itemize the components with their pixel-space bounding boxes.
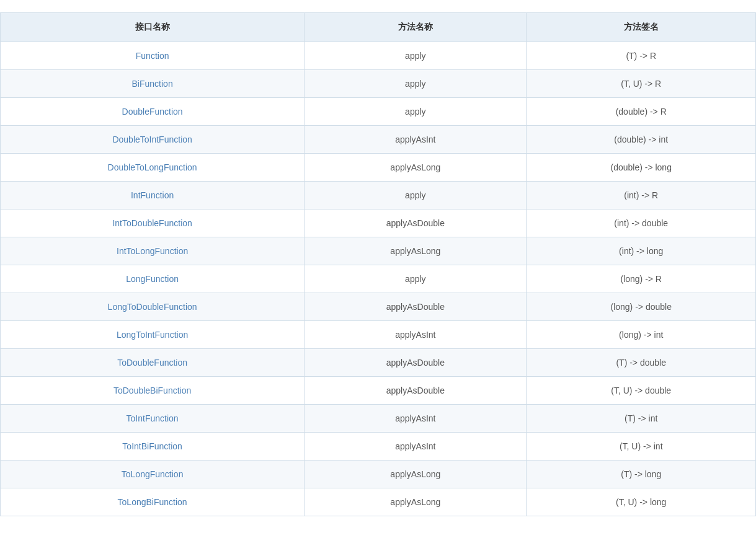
cell-signature: (T, U) -> R — [527, 70, 756, 98]
table-row: DoubleToIntFunctionapplyAsInt(double) ->… — [1, 126, 756, 154]
cell-signature: (T) -> double — [527, 349, 756, 377]
cell-method: applyAsDouble — [305, 293, 527, 321]
table-row: IntFunctionapply(int) -> R — [1, 182, 756, 209]
cell-method: applyAsDouble — [305, 209, 527, 237]
cell-signature: (double) -> R — [527, 98, 756, 126]
cell-method: applyAsInt — [305, 405, 527, 433]
cell-method: applyAsInt — [305, 433, 527, 461]
cell-method: applyAsDouble — [305, 349, 527, 377]
cell-interface: ToLongFunction — [1, 461, 305, 488]
cell-method: applyAsInt — [305, 126, 527, 154]
cell-interface: LongToIntFunction — [1, 321, 305, 349]
cell-method: applyAsDouble — [305, 377, 527, 405]
cell-signature: (int) -> long — [527, 237, 756, 265]
cell-interface: Function — [1, 42, 305, 70]
cell-interface: BiFunction — [1, 70, 305, 98]
cell-method: apply — [305, 265, 527, 293]
cell-interface: IntToDoubleFunction — [1, 209, 305, 237]
cell-signature: (T, U) -> double — [527, 377, 756, 405]
table-row: LongToDoubleFunctionapplyAsDouble(long) … — [1, 293, 756, 321]
table-header-row: 接口名称 方法名称 方法签名 — [1, 13, 756, 42]
cell-signature: (double) -> int — [527, 126, 756, 154]
table-row: LongToIntFunctionapplyAsInt(long) -> int — [1, 321, 756, 349]
function-table: 接口名称 方法名称 方法签名 Functionapply(T) -> RBiFu… — [0, 12, 756, 516]
table-row: LongFunctionapply(long) -> R — [1, 265, 756, 293]
header-interface: 接口名称 — [1, 13, 305, 42]
cell-signature: (double) -> long — [527, 154, 756, 182]
cell-interface: DoubleFunction — [1, 98, 305, 126]
cell-interface: ToLongBiFunction — [1, 488, 305, 516]
cell-method: applyAsLong — [305, 154, 527, 182]
header-signature: 方法签名 — [527, 13, 756, 42]
cell-method: apply — [305, 42, 527, 70]
cell-method: applyAsLong — [305, 237, 527, 265]
cell-method: apply — [305, 182, 527, 209]
cell-method: applyAsInt — [305, 321, 527, 349]
cell-method: apply — [305, 70, 527, 98]
header-method: 方法名称 — [305, 13, 527, 42]
cell-signature: (long) -> double — [527, 293, 756, 321]
cell-interface: IntToLongFunction — [1, 237, 305, 265]
table-row: ToLongBiFunctionapplyAsLong(T, U) -> lon… — [1, 488, 756, 516]
cell-signature: (T, U) -> int — [527, 433, 756, 461]
cell-signature: (T) -> R — [527, 42, 756, 70]
cell-method: applyAsLong — [305, 461, 527, 488]
cell-signature: (long) -> R — [527, 265, 756, 293]
cell-interface: DoubleToLongFunction — [1, 154, 305, 182]
table-row: ToLongFunctionapplyAsLong(T) -> long — [1, 461, 756, 488]
cell-interface: ToDoubleBiFunction — [1, 377, 305, 405]
cell-signature: (T, U) -> long — [527, 488, 756, 516]
cell-signature: (T) -> long — [527, 461, 756, 488]
cell-interface: ToIntFunction — [1, 405, 305, 433]
cell-signature: (int) -> R — [527, 182, 756, 209]
table-row: BiFunctionapply(T, U) -> R — [1, 70, 756, 98]
cell-method: apply — [305, 98, 527, 126]
cell-signature: (T) -> int — [527, 405, 756, 433]
table-row: Functionapply(T) -> R — [1, 42, 756, 70]
cell-interface: IntFunction — [1, 182, 305, 209]
table-row: DoubleFunctionapply(double) -> R — [1, 98, 756, 126]
table-row: ToIntFunctionapplyAsInt(T) -> int — [1, 405, 756, 433]
table-row: DoubleToLongFunctionapplyAsLong(double) … — [1, 154, 756, 182]
cell-interface: DoubleToIntFunction — [1, 126, 305, 154]
cell-interface: LongToDoubleFunction — [1, 293, 305, 321]
table-row: IntToDoubleFunctionapplyAsDouble(int) ->… — [1, 209, 756, 237]
table-row: IntToLongFunctionapplyAsLong(int) -> lon… — [1, 237, 756, 265]
table-row: ToIntBiFunctionapplyAsInt(T, U) -> int — [1, 433, 756, 461]
cell-signature: (int) -> double — [527, 209, 756, 237]
cell-interface: ToIntBiFunction — [1, 433, 305, 461]
cell-method: applyAsLong — [305, 488, 527, 516]
cell-interface: LongFunction — [1, 265, 305, 293]
cell-interface: ToDoubleFunction — [1, 349, 305, 377]
table-row: ToDoubleFunctionapplyAsDouble(T) -> doub… — [1, 349, 756, 377]
cell-signature: (long) -> int — [527, 321, 756, 349]
main-container: 接口名称 方法名称 方法签名 Functionapply(T) -> RBiFu… — [0, 0, 756, 551]
table-row: ToDoubleBiFunctionapplyAsDouble(T, U) ->… — [1, 377, 756, 405]
